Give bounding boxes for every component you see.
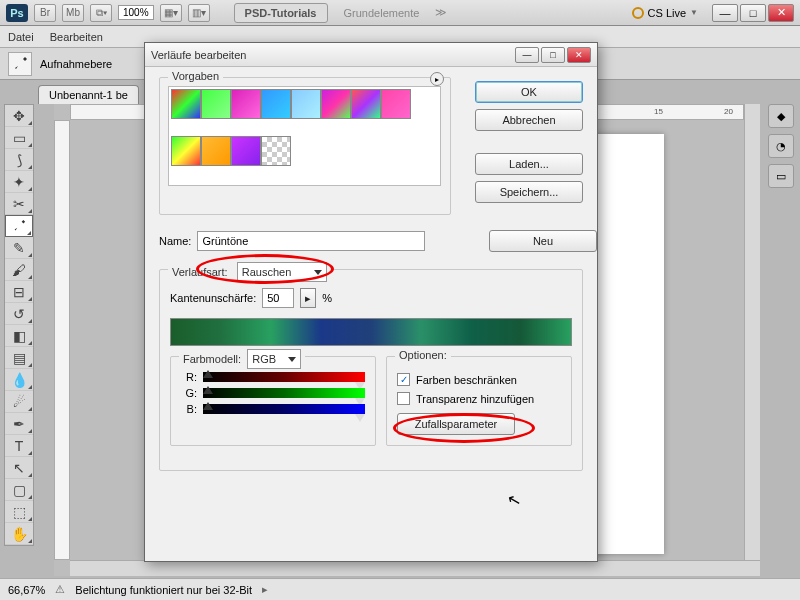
cancel-button[interactable]: Abbrechen: [475, 109, 583, 131]
channel-g-slider[interactable]: [203, 388, 365, 398]
gradient-type-value: Rauschen: [242, 266, 292, 278]
preset-swatch[interactable]: [381, 89, 411, 119]
menu-edit[interactable]: Bearbeiten: [50, 31, 103, 43]
status-message: Belichtung funktioniert nur bei 32-Bit: [75, 584, 252, 596]
presets-menu-icon[interactable]: ▸: [430, 72, 444, 86]
presets-label: Vorgaben: [168, 70, 223, 82]
load-button[interactable]: Laden...: [475, 153, 583, 175]
roughness-label: Kantenunschärfe:: [170, 292, 256, 304]
options-label: Aufnahmebere: [40, 58, 112, 70]
status-zoom[interactable]: 66,67%: [8, 584, 45, 596]
colormodel-value: RGB: [252, 353, 276, 365]
gradient-type-fieldset: Verlaufsart: Rauschen Kantenunschärfe: ▸…: [159, 269, 583, 471]
lasso-tool[interactable]: ⟆: [5, 149, 33, 171]
workspace-tab-active[interactable]: PSD-Tutorials: [234, 3, 328, 23]
ok-button[interactable]: OK: [475, 81, 583, 103]
gradient-editor-dialog: Verläufe bearbeiten — □ ✕ Vorgaben ▸: [144, 42, 598, 562]
chevron-right-icon[interactable]: ▸: [262, 583, 268, 596]
status-bar: 66,67% ⚠ Belichtung funktioniert nur bei…: [0, 578, 800, 600]
preset-swatch[interactable]: [261, 136, 291, 166]
swatches-panel-icon[interactable]: ◆: [768, 104, 794, 128]
hand-tool[interactable]: ✋: [5, 523, 33, 545]
brush-tool[interactable]: 🖌: [5, 259, 33, 281]
document-tab-label: Unbenannt-1 be: [49, 89, 128, 101]
3d-tool[interactable]: ⬚: [5, 501, 33, 523]
preset-swatch[interactable]: [201, 136, 231, 166]
preset-swatch[interactable]: [231, 89, 261, 119]
app-minimize-button[interactable]: —: [712, 4, 738, 22]
dialog-minimize-button[interactable]: —: [515, 47, 539, 63]
magic-wand-tool[interactable]: ✦: [5, 171, 33, 193]
blur-tool[interactable]: 💧: [5, 369, 33, 391]
presets-grid[interactable]: [168, 86, 441, 186]
crop-tool[interactable]: ✂: [5, 193, 33, 215]
preset-swatch[interactable]: [351, 89, 381, 119]
dialog-close-button[interactable]: ✕: [567, 47, 591, 63]
add-transparency-checkbox[interactable]: [397, 392, 410, 405]
history-brush-tool[interactable]: ↺: [5, 303, 33, 325]
document-tab[interactable]: Unbenannt-1 be: [38, 85, 139, 104]
healing-brush-tool[interactable]: ✎: [5, 237, 33, 259]
preset-swatch[interactable]: [231, 136, 261, 166]
view-extras-icon[interactable]: ▦▾: [160, 4, 182, 22]
options-label: Optionen:: [395, 349, 451, 361]
randomize-button[interactable]: Zufallsparameter: [397, 413, 515, 435]
shape-tool[interactable]: ▢: [5, 479, 33, 501]
workspace-tab-inactive[interactable]: Grundelemente: [334, 4, 430, 22]
arrange-docs-icon[interactable]: ▥▾: [188, 4, 210, 22]
minibridge-icon[interactable]: Mb: [62, 4, 84, 22]
colormodel-dropdown[interactable]: RGB: [247, 349, 301, 369]
options-fieldset: Optionen: ✓Farben beschränken Transparen…: [386, 356, 572, 446]
layers-panel-icon[interactable]: ▭: [768, 164, 794, 188]
roughness-flyout-icon[interactable]: ▸: [300, 288, 316, 308]
path-select-tool[interactable]: ↖: [5, 457, 33, 479]
scrollbar-horizontal[interactable]: [70, 560, 760, 576]
eraser-tool[interactable]: ◧: [5, 325, 33, 347]
preset-swatch[interactable]: [201, 89, 231, 119]
ruler-mark: 20: [724, 107, 733, 116]
preset-swatch[interactable]: [321, 89, 351, 119]
preset-swatch[interactable]: [291, 89, 321, 119]
cs-live-label[interactable]: CS Live: [648, 7, 687, 19]
chevron-down-icon: [288, 357, 296, 362]
ps-logo-icon: Ps: [6, 4, 28, 22]
new-button[interactable]: Neu: [489, 230, 597, 252]
menu-file[interactable]: Datei: [8, 31, 34, 43]
ruler-mark: 15: [654, 107, 663, 116]
preset-swatch[interactable]: [261, 89, 291, 119]
preset-swatch[interactable]: [171, 136, 201, 166]
app-close-button[interactable]: ✕: [768, 4, 794, 22]
dialog-titlebar[interactable]: Verläufe bearbeiten — □ ✕: [145, 43, 597, 67]
workspace-more-icon[interactable]: ≫: [435, 6, 447, 19]
name-input[interactable]: [197, 231, 425, 251]
dodge-tool[interactable]: ☄: [5, 391, 33, 413]
channel-r-slider[interactable]: [203, 372, 365, 382]
roughness-input[interactable]: [262, 288, 294, 308]
save-button[interactable]: Speichern...: [475, 181, 583, 203]
marquee-tool[interactable]: ▭: [5, 127, 33, 149]
scrollbar-vertical[interactable]: [744, 104, 760, 560]
gradient-type-label: Verlaufsart:: [172, 266, 228, 278]
zoom-level[interactable]: 100%: [118, 5, 154, 20]
dialog-title: Verläufe bearbeiten: [151, 49, 515, 61]
roughness-unit: %: [322, 292, 332, 304]
gradient-type-dropdown[interactable]: Rauschen: [237, 262, 327, 282]
restrict-colors-checkbox[interactable]: ✓: [397, 373, 410, 386]
screen-mode-icon[interactable]: ⧉▾: [90, 4, 112, 22]
chevron-down-icon[interactable]: ▼: [690, 8, 698, 17]
type-tool[interactable]: T: [5, 435, 33, 457]
gradient-tool[interactable]: ▤: [5, 347, 33, 369]
tools-panel: ✥ ▭ ⟆ ✦ ✂ ✎ 🖌 ⊟ ↺ ◧ ▤ 💧 ☄ ✒ T ↖ ▢ ⬚ ✋: [4, 104, 34, 546]
eyedropper-tool[interactable]: [5, 215, 33, 237]
eyedropper-tool-icon: [8, 52, 32, 76]
preset-swatch[interactable]: [171, 89, 201, 119]
pen-tool[interactable]: ✒: [5, 413, 33, 435]
move-tool[interactable]: ✥: [5, 105, 33, 127]
channel-g-label: G:: [181, 387, 197, 399]
color-panel-icon[interactable]: ◔: [768, 134, 794, 158]
channel-b-slider[interactable]: [203, 404, 365, 414]
dialog-maximize-button[interactable]: □: [541, 47, 565, 63]
bridge-icon[interactable]: Br: [34, 4, 56, 22]
clone-stamp-tool[interactable]: ⊟: [5, 281, 33, 303]
app-maximize-button[interactable]: □: [740, 4, 766, 22]
